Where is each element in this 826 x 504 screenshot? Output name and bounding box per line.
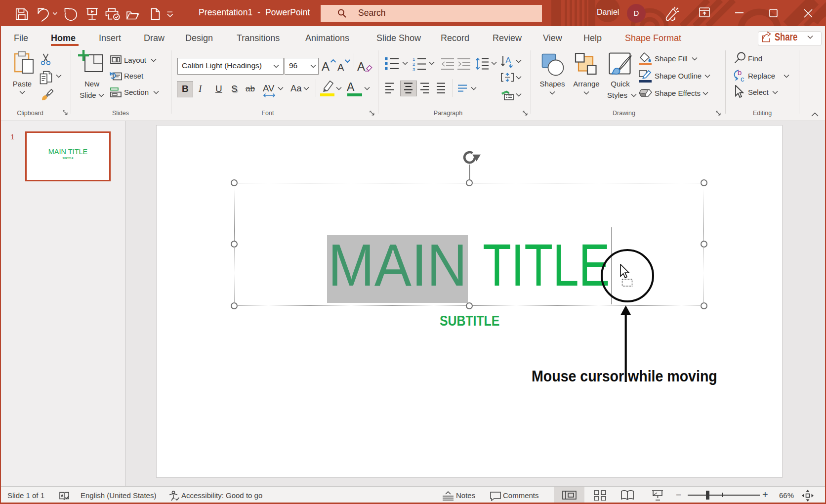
svg-text:3: 3 — [413, 67, 415, 72]
svg-text:2: 2 — [413, 61, 415, 67]
svg-text:1: 1 — [413, 56, 415, 62]
svg-text:A: A — [505, 56, 511, 65]
svg-text:c: c — [741, 75, 744, 82]
